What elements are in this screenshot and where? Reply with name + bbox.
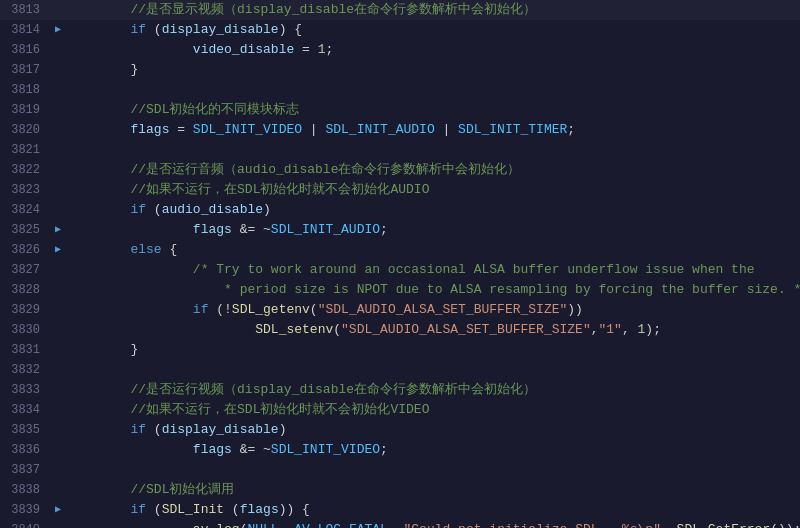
- table-row: 3832: [0, 360, 800, 380]
- code-content: //如果不运行，在SDL初始化时就不会初始化AUDIO: [64, 180, 800, 200]
- line-number: 3829: [0, 300, 52, 320]
- table-row: 3814▶ if (display_disable) {: [0, 20, 800, 40]
- line-number: 3837: [0, 460, 52, 480]
- table-row: 3825▶ flags &= ~SDL_INIT_AUDIO;: [0, 220, 800, 240]
- code-content: //如果不运行，在SDL初始化时就不会初始化VIDEO: [64, 400, 800, 420]
- code-token: SDL_Init: [162, 500, 224, 520]
- code-token: (: [224, 500, 240, 520]
- code-token: ,: [622, 320, 638, 340]
- table-row: 3836 flags &= ~SDL_INIT_VIDEO;: [0, 440, 800, 460]
- code-token: ());: [770, 520, 800, 528]
- code-token: video_disable: [193, 40, 294, 60]
- code-token: )): [567, 300, 583, 320]
- line-number: 3818: [0, 80, 52, 100]
- code-token: (: [146, 200, 162, 220]
- code-token: }: [130, 340, 138, 360]
- line-number: 3840: [0, 520, 52, 528]
- code-content: //是否运行视频（display_disable在命令行参数解析中会初始化）: [64, 380, 800, 400]
- table-row: 3821: [0, 140, 800, 160]
- line-number: 3819: [0, 100, 52, 120]
- table-row: 3813 //是否显示视频（display_disable在命令行参数解析中会初…: [0, 0, 800, 20]
- line-number: 3817: [0, 60, 52, 80]
- fold-arrow[interactable]: ▶: [52, 20, 64, 40]
- code-token: ): [279, 420, 287, 440]
- line-number: 3821: [0, 140, 52, 160]
- code-token: flags: [240, 500, 279, 520]
- code-token: |: [435, 120, 458, 140]
- code-token: "1": [599, 320, 622, 340]
- code-token: (: [333, 320, 341, 340]
- code-token: * period size is NPOT due to ALSA resamp…: [224, 280, 800, 300]
- code-token: "Could not initialize SDL - %s\n": [404, 520, 661, 528]
- code-lines: 3813 //是否显示视频（display_disable在命令行参数解析中会初…: [0, 0, 800, 528]
- line-number: 3825: [0, 220, 52, 240]
- code-token: SDL_INIT_AUDIO: [325, 120, 434, 140]
- code-content: if (!SDL_getenv("SDL_AUDIO_ALSA_SET_BUFF…: [64, 300, 800, 320]
- table-row: 3823 //如果不运行，在SDL初始化时就不会初始化AUDIO: [0, 180, 800, 200]
- code-token: (: [146, 420, 162, 440]
- code-content: SDL_setenv("SDL_AUDIO_ALSA_SET_BUFFER_SI…: [64, 320, 800, 340]
- code-token: AV_LOG_FATAL: [294, 520, 388, 528]
- code-content: /* Try to work around an occasional ALSA…: [64, 260, 800, 280]
- fold-arrow[interactable]: ▶: [52, 240, 64, 260]
- table-row: 3829 if (!SDL_getenv("SDL_AUDIO_ALSA_SET…: [0, 300, 800, 320]
- table-row: 3837: [0, 460, 800, 480]
- code-token: (!: [208, 300, 231, 320]
- code-content: if (audio_disable): [64, 200, 800, 220]
- code-token: SDL_INIT_AUDIO: [271, 220, 380, 240]
- table-row: 3833 //是否运行视频（display_disable在命令行参数解析中会初…: [0, 380, 800, 400]
- fold-arrow[interactable]: ▶: [52, 220, 64, 240]
- code-token: |: [302, 120, 325, 140]
- code-token: ;: [380, 220, 388, 240]
- code-token: &= ~: [232, 440, 271, 460]
- code-token: SDL_INIT_VIDEO: [271, 440, 380, 460]
- code-content: flags &= ~SDL_INIT_VIDEO;: [64, 440, 800, 460]
- code-token: //如果不运行，在SDL初始化时就不会初始化VIDEO: [130, 400, 429, 420]
- table-row: 3839▶ if (SDL_Init (flags)) {: [0, 500, 800, 520]
- line-number: 3827: [0, 260, 52, 280]
- code-content: if (display_disable): [64, 420, 800, 440]
- code-token: /* Try to work around an occasional ALSA…: [193, 260, 755, 280]
- code-token: audio_disable: [162, 200, 263, 220]
- code-token: (: [146, 500, 162, 520]
- line-number: 3835: [0, 420, 52, 440]
- code-token: ;: [567, 120, 575, 140]
- code-token: //是否显示视频（display_disable在命令行参数解析中会初始化）: [130, 0, 536, 20]
- code-token: )) {: [279, 500, 310, 520]
- code-token: ) {: [279, 20, 302, 40]
- code-token: display_disable: [162, 20, 279, 40]
- table-row: 3840 av_log(NULL, AV_LOG_FATAL, "Could n…: [0, 520, 800, 528]
- code-token: if: [130, 500, 146, 520]
- code-token: SDL_getenv: [232, 300, 310, 320]
- line-number: 3826: [0, 240, 52, 260]
- code-token: {: [162, 240, 178, 260]
- code-content: }: [64, 340, 800, 360]
- code-token: else: [130, 240, 161, 260]
- code-content: //SDL初始化的不同模块标志: [64, 100, 800, 120]
- table-row: 3817 }: [0, 60, 800, 80]
- line-number: 3832: [0, 360, 52, 380]
- table-row: 3822 //是否运行音频（audio_disable在命令行参数解析中会初始化…: [0, 160, 800, 180]
- code-editor: 3813 //是否显示视频（display_disable在命令行参数解析中会初…: [0, 0, 800, 528]
- table-row: 3818: [0, 80, 800, 100]
- code-token: (: [310, 300, 318, 320]
- code-content: video_disable = 1;: [64, 40, 800, 60]
- code-token: ,: [388, 520, 404, 528]
- code-content: flags = SDL_INIT_VIDEO | SDL_INIT_AUDIO …: [64, 120, 800, 140]
- code-token: =: [169, 120, 192, 140]
- code-token: ;: [380, 440, 388, 460]
- line-number: 3824: [0, 200, 52, 220]
- line-number: 3828: [0, 280, 52, 300]
- table-row: 3827 /* Try to work around an occasional…: [0, 260, 800, 280]
- code-token: (: [240, 520, 248, 528]
- code-content: av_log(NULL, AV_LOG_FATAL, "Could not in…: [64, 520, 800, 528]
- code-token: SDL_INIT_VIDEO: [193, 120, 302, 140]
- code-token: //如果不运行，在SDL初始化时就不会初始化AUDIO: [130, 180, 429, 200]
- table-row: 3820 flags = SDL_INIT_VIDEO | SDL_INIT_A…: [0, 120, 800, 140]
- fold-arrow[interactable]: ▶: [52, 500, 64, 520]
- line-number: 3833: [0, 380, 52, 400]
- code-token: display_disable: [162, 420, 279, 440]
- code-token: if: [130, 420, 146, 440]
- code-token: //SDL初始化的不同模块标志: [130, 100, 299, 120]
- code-token: ;: [325, 40, 333, 60]
